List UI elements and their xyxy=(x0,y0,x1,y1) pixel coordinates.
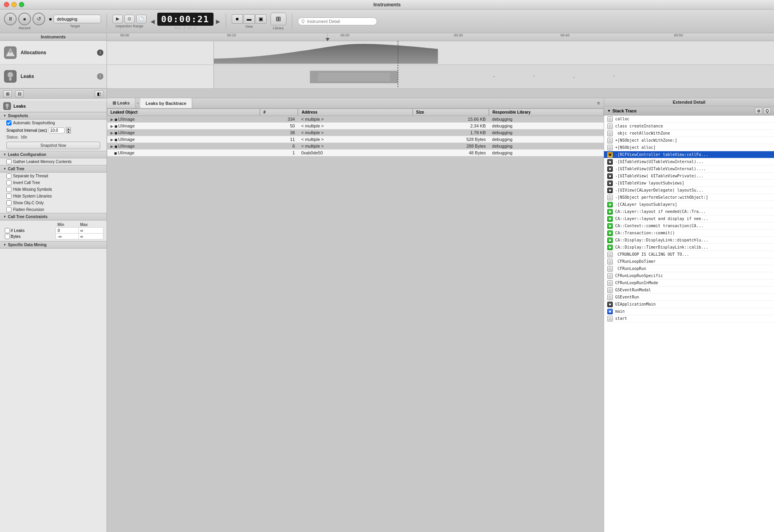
row-expand-arrow[interactable]: ▶ xyxy=(111,124,113,128)
tab-leaks-backtrace[interactable]: Leaks by Backtrace xyxy=(140,98,193,108)
show-objc-checkbox[interactable] xyxy=(6,200,11,205)
detail-menu-button[interactable]: ≡ xyxy=(595,100,602,106)
stack-item[interactable]: ■CA::Display::DisplayLink::dispatchlu... xyxy=(604,237,774,244)
col-leaked-object[interactable]: Leaked Object xyxy=(107,109,260,116)
stack-item[interactable]: □-[NSObject performSelector:withObject:] xyxy=(604,194,774,201)
stack-trace-header: ▼ Stack Trace ⚙ Q xyxy=(604,106,774,116)
tab-leaks[interactable]: ⊞ Leaks xyxy=(107,98,135,108)
pause-button[interactable]: ⏸ xyxy=(4,13,17,25)
stack-item[interactable]: □_CFRunLoopDoTimer xyxy=(604,258,774,265)
stack-item[interactable]: □start xyxy=(604,315,774,322)
maximize-button[interactable] xyxy=(19,2,24,7)
auto-snapshot-checkbox[interactable] xyxy=(6,120,11,125)
hide-missing-checkbox[interactable] xyxy=(6,187,11,192)
stack-gear-button[interactable]: ⚙ xyxy=(755,108,762,114)
stack-item[interactable]: ■-[UITableView layoutSubviews] xyxy=(604,180,774,187)
stack-item[interactable]: ■main xyxy=(604,308,774,315)
bytes-checkbox[interactable] xyxy=(5,234,10,239)
track-bottom-btn2[interactable]: ⊟ xyxy=(15,90,24,97)
stop-button[interactable]: ■ xyxy=(18,13,31,25)
library-button[interactable]: ⊞ xyxy=(271,13,286,25)
gather-leaked-checkbox[interactable] xyxy=(6,159,11,164)
instrument-allocations[interactable]: Allocations i xyxy=(0,41,107,65)
row-expand-arrow[interactable]: ▶ xyxy=(111,118,113,122)
stack-item[interactable]: □+[NSObject allocWithZone:] xyxy=(604,137,774,144)
call-tree-section[interactable]: ▼ Call Tree xyxy=(0,165,107,173)
view-btn-1[interactable]: ■ xyxy=(232,14,243,24)
close-button[interactable] xyxy=(4,2,9,7)
stack-item[interactable]: □GSEventRun xyxy=(604,294,774,301)
stack-item[interactable]: □+[NSObject alloc] xyxy=(604,144,774,151)
stack-item[interactable]: ■CA::Transaction::commit() xyxy=(604,230,774,237)
constraints-leaks-max[interactable]: ∞ xyxy=(78,228,103,234)
stack-item[interactable]: ■CA::Layer::layout_if_needed(CA::Tra... xyxy=(604,208,774,215)
data-mining-section[interactable]: ▼ Specific Data Mining xyxy=(0,241,107,249)
leaks-count-checkbox[interactable] xyxy=(5,228,10,233)
stack-item[interactable]: ■-[UITableView(UITableViewInternal)... xyxy=(604,158,774,165)
view-btn-3[interactable]: ▣ xyxy=(255,14,267,24)
stack-item[interactable]: □_CFRUNLOOP_IS_CALLING_OUT_TO... xyxy=(604,251,774,258)
stack-item[interactable]: ■-[UITableView(_UITableViewPrivate)... xyxy=(604,173,774,180)
allocations-track[interactable] xyxy=(214,41,774,65)
stack-item[interactable]: ■-[UIView(CALayerDelegate) layoutSu... xyxy=(604,187,774,194)
constraints-bytes-max[interactable]: ∞ xyxy=(78,234,103,239)
table-row[interactable]: ▶◼UIImage 50 < multiple > 2.34 KB debugg… xyxy=(107,123,604,129)
stepper-up[interactable]: ▲ xyxy=(66,127,71,130)
flatten-recursion-checkbox[interactable] xyxy=(6,207,11,212)
minimize-button[interactable] xyxy=(11,2,17,7)
stack-item[interactable]: ■-[UITableView(UITableViewInternal).... xyxy=(604,165,774,173)
col-address[interactable]: Address xyxy=(298,109,412,116)
row-expand-arrow[interactable]: ▶ xyxy=(111,131,113,135)
row-expand-arrow[interactable]: ▶ xyxy=(111,138,113,142)
table-row[interactable]: ▶◼UIImage 6 < multiple > 288 Bytes debug… xyxy=(107,143,604,150)
stack-item[interactable]: □CFRunLoopRunSpecific xyxy=(604,272,774,279)
play-button[interactable]: ▶ xyxy=(112,15,123,23)
stack-item[interactable]: □class_createInstance xyxy=(604,123,774,130)
target-select[interactable]: debugging xyxy=(53,15,101,23)
constraints-leaks-min[interactable]: 0 xyxy=(56,228,78,234)
prev-button[interactable]: ◀ xyxy=(151,18,155,25)
row-expand-arrow[interactable]: ▶ xyxy=(111,144,113,148)
stack-item[interactable]: ■CA::Context::commit_transaction(CA... xyxy=(604,222,774,230)
stack-item[interactable]: ■-[RCFViewController tableView:cellFo... xyxy=(604,151,774,158)
constraints-section[interactable]: ▼ Call Tree Constraints xyxy=(0,213,107,220)
leaks-config-section[interactable]: ▼ Leaks Configuration xyxy=(0,151,107,158)
stack-item[interactable]: ■UIApplicationMain xyxy=(604,301,774,308)
hide-system-checkbox[interactable] xyxy=(6,194,11,199)
table-row[interactable]: ▶◼UIImage 334 < multiple > 15.66 KB debu… xyxy=(107,116,604,123)
separate-thread-checkbox[interactable] xyxy=(6,173,11,179)
stack-item[interactable]: □GSEventRunModal xyxy=(604,287,774,294)
stack-item[interactable]: ■CA::Display::TimerDisplayLink::calib... xyxy=(604,244,774,251)
search-input[interactable] xyxy=(307,19,373,24)
ruler-mark-20: 00:20 xyxy=(340,33,349,37)
view-btn-2[interactable]: ▬ xyxy=(244,14,255,24)
track-bottom-btn3[interactable]: ◧ xyxy=(95,90,103,97)
col-size[interactable]: Size xyxy=(413,109,489,116)
stack-item[interactable]: □CFRunLoopRunInMode xyxy=(604,279,774,287)
snapshots-section[interactable]: ▼ Snapshots xyxy=(0,112,107,120)
instrument-leaks[interactable]: Leaks i xyxy=(0,65,107,88)
track-bottom-btn1[interactable]: ⊞ xyxy=(3,90,12,97)
stack-search-button[interactable]: Q xyxy=(764,108,771,114)
next-button[interactable]: ▶ xyxy=(216,18,220,25)
stack-item[interactable]: □_CFRunLoopRun xyxy=(604,265,774,272)
stepper-down[interactable]: ▼ xyxy=(66,130,71,133)
invert-call-checkbox[interactable] xyxy=(6,180,11,185)
stack-item[interactable]: ■-[CALayer layoutSublayers] xyxy=(604,201,774,208)
target-button[interactable]: ⊙ xyxy=(124,15,135,23)
stack-item[interactable]: ■CA::Layer::layout_and_display_if_nee... xyxy=(604,215,774,222)
col-count[interactable]: # xyxy=(260,109,298,116)
table-row[interactable]: ▶◼UIImage 11 < multiple > 528 Bytes debu… xyxy=(107,136,604,143)
clock-button[interactable]: 🕐 xyxy=(136,15,147,23)
table-row[interactable]: ▶◼UIImage 38 < multiple > 1.78 KB debugg… xyxy=(107,129,604,136)
stack-item[interactable]: □_objc_rootAllocWithZone xyxy=(604,130,774,137)
snapshot-interval-input[interactable] xyxy=(49,127,65,133)
leaks-track[interactable] xyxy=(214,65,774,88)
record-group: ⏸ ■ ↺ Record xyxy=(4,13,45,30)
snapshot-now-button[interactable]: Snapshot Now xyxy=(6,142,100,149)
constraints-bytes-min[interactable]: -∞ xyxy=(56,234,78,239)
col-library[interactable]: Responsible Library xyxy=(489,109,603,116)
stack-item[interactable]: □calloc xyxy=(604,116,774,123)
table-row[interactable]: ◼UIImage 1 0xab0de50 48 Bytes debugging xyxy=(107,150,604,156)
restart-button[interactable]: ↺ xyxy=(32,13,45,25)
